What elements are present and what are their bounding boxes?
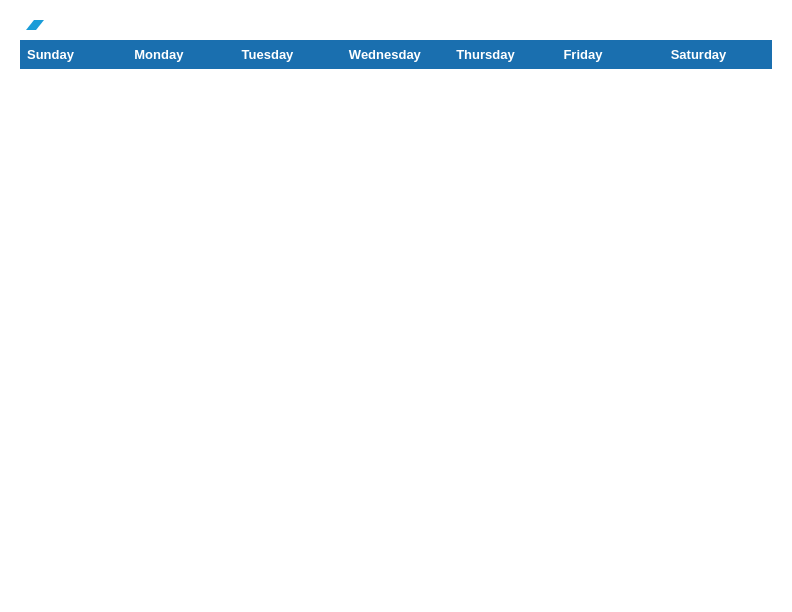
logo-icon bbox=[22, 12, 44, 34]
day-header-friday: Friday bbox=[557, 41, 664, 69]
svg-marker-0 bbox=[26, 20, 44, 30]
logo bbox=[20, 20, 44, 30]
day-header-sunday: Sunday bbox=[21, 41, 128, 69]
day-header-monday: Monday bbox=[128, 41, 235, 69]
page-header bbox=[20, 20, 772, 30]
calendar-table: SundayMondayTuesdayWednesdayThursdayFrid… bbox=[20, 40, 772, 69]
day-header-thursday: Thursday bbox=[450, 41, 557, 69]
header-row: SundayMondayTuesdayWednesdayThursdayFrid… bbox=[21, 41, 772, 69]
day-header-tuesday: Tuesday bbox=[235, 41, 342, 69]
day-header-wednesday: Wednesday bbox=[342, 41, 449, 69]
day-header-saturday: Saturday bbox=[664, 41, 771, 69]
